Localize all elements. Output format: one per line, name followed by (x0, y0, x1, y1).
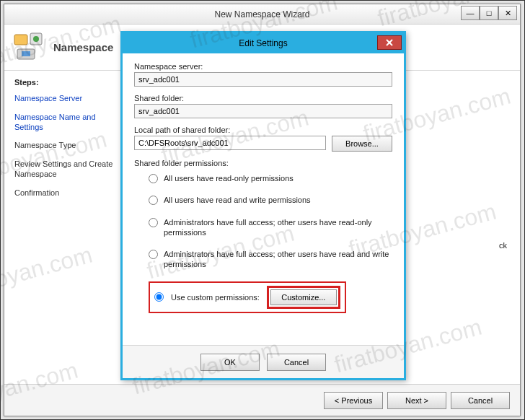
partial-text: ck (499, 241, 507, 250)
wizard-header-title: Namespace (53, 41, 113, 53)
dialog-footer: OK Cancel (123, 345, 404, 378)
wizard-titlebar: New Namespace Wizard — □ ✕ (4, 4, 520, 25)
permissions-label: Shared folder permissions: (134, 159, 392, 167)
step-confirmation[interactable]: Confirmation (14, 188, 114, 198)
customize-button[interactable]: Customize... (270, 289, 337, 305)
radio-custom-label: Use custom permissions: (171, 293, 260, 302)
step-namespace-type[interactable]: Namespace Type (14, 141, 114, 151)
radio-admin-readonly[interactable] (149, 218, 158, 227)
steps-title: Steps: (14, 78, 114, 87)
step-namespace-server[interactable]: Namespace Server (14, 94, 114, 104)
radio-admin-readonly-label: Administrators have full access; other u… (164, 217, 392, 238)
close-icon (385, 38, 394, 47)
caption-buttons: — □ ✕ (461, 6, 517, 20)
svg-rect-0 (14, 35, 27, 45)
radio-admin-readwrite-label: Administrators have full access; other u… (164, 249, 392, 270)
dialog-close-button[interactable] (377, 35, 402, 50)
edit-settings-dialog: Edit Settings Namespace server: Shared f… (120, 31, 406, 380)
radio-custom[interactable] (154, 292, 164, 302)
radio-readonly-label: All users have read-only permissions (164, 173, 392, 183)
next-button[interactable]: Next > (387, 392, 446, 409)
local-path-field[interactable] (134, 136, 326, 150)
previous-button[interactable]: < Previous (324, 392, 383, 409)
shared-folder-field[interactable] (134, 104, 392, 118)
permissions-radio-group: All users have read-only permissions All… (134, 173, 392, 313)
browse-button[interactable]: Browse... (332, 136, 392, 152)
radio-readonly[interactable] (149, 174, 158, 183)
dialog-titlebar: Edit Settings (123, 33, 404, 53)
wizard-footer: < Previous Next > Cancel (4, 384, 520, 416)
custom-permissions-highlight: Use custom permissions: Customize... (149, 281, 346, 313)
steps-panel: Steps: Namespace Server Namespace Name a… (4, 71, 120, 384)
minimize-button[interactable]: — (461, 6, 480, 20)
shared-folder-label: Shared folder: (134, 94, 392, 102)
close-button[interactable]: ✕ (498, 6, 517, 20)
ok-button[interactable]: OK (200, 354, 260, 371)
local-path-label: Local path of shared folder: (134, 126, 392, 134)
svg-rect-4 (22, 51, 30, 56)
customize-button-highlight: Customize... (267, 286, 340, 309)
ns-server-field[interactable] (134, 72, 392, 87)
namespace-wizard-icon (13, 32, 45, 64)
wizard-title: New Namespace Wizard (4, 9, 520, 19)
dialog-body: Namespace server: Shared folder: Local p… (123, 53, 404, 345)
dialog-cancel-button[interactable]: Cancel (267, 354, 326, 371)
step-namespace-name-settings[interactable]: Namespace Name and Settings (14, 113, 114, 133)
radio-readwrite-label: All users have read and write permission… (164, 195, 392, 205)
radio-admin-readwrite[interactable] (149, 250, 158, 259)
cancel-button[interactable]: Cancel (451, 392, 510, 409)
radio-readwrite[interactable] (149, 196, 158, 205)
svg-point-2 (33, 36, 39, 42)
dialog-title: Edit Settings (123, 38, 404, 48)
maximize-button[interactable]: □ (480, 6, 498, 20)
ns-server-label: Namespace server: (134, 62, 392, 71)
step-review-create[interactable]: Review Settings and Create Namespace (14, 159, 114, 180)
